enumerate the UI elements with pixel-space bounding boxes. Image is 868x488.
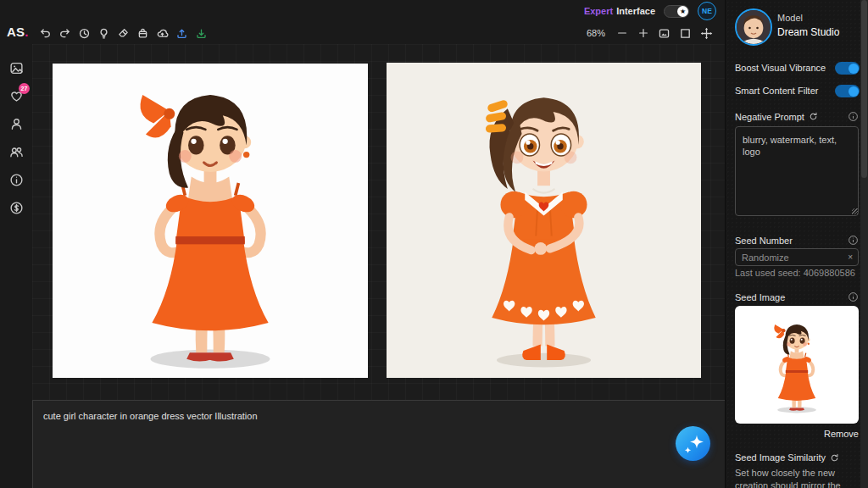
seed-number-field: × — [735, 248, 859, 266]
sidebar-item-profile[interactable] — [5, 115, 27, 132]
model-name[interactable]: Dream Studio — [777, 26, 839, 38]
top-header: ExpertInterface ★ NE — [32, 0, 725, 22]
seed-number-input[interactable] — [736, 252, 846, 263]
seed-image-thumbnail[interactable] — [735, 306, 859, 424]
square-icon — [679, 27, 692, 40]
seed-similarity-description: Set how closely the new creation should … — [735, 467, 859, 488]
vector-girl-illustration — [53, 64, 368, 378]
move-icon — [700, 27, 713, 40]
sparkle-icon — [676, 427, 710, 461]
zoom-level: 68% — [587, 28, 605, 38]
pan-button[interactable] — [698, 25, 715, 42]
interface-mode-label: ExpertInterface — [584, 6, 655, 16]
redo-icon — [58, 27, 71, 40]
zoom-out-button[interactable] — [614, 25, 630, 42]
content-filter-row: Smart Content Filter — [735, 84, 860, 97]
interface-label: Interface — [616, 6, 655, 16]
sidebar-item-info[interactable] — [5, 171, 27, 188]
eraser-icon — [117, 27, 130, 40]
cloud-upload-icon — [156, 27, 169, 40]
app-window: AS. 27 ExpertInterface — [0, 0, 868, 488]
panel-scrollbar-thumb[interactable] — [861, 0, 867, 178]
content-filter-label: Smart Content Filter — [735, 86, 818, 96]
assets-button[interactable] — [135, 25, 151, 42]
sidebar-item-billing[interactable] — [5, 199, 27, 216]
similarity-reset-icon[interactable] — [830, 453, 839, 463]
seed-number-header: Seed Number — [735, 235, 859, 246]
seed-image-header: Seed Image — [735, 291, 859, 302]
toolbar-right-group: 68% — [587, 25, 725, 42]
person-icon — [9, 117, 24, 131]
seed-image-illustration — [746, 313, 848, 418]
vibrance-toggle[interactable] — [835, 62, 860, 75]
textarea-resize-handle[interactable] — [852, 208, 858, 214]
minus-icon — [616, 27, 628, 39]
eraser-button[interactable] — [115, 25, 131, 42]
upload-icon — [175, 27, 188, 40]
seed-image-label: Seed Image — [735, 292, 785, 302]
negative-prompt-info-icon[interactable] — [848, 111, 859, 122]
undo-button[interactable] — [37, 25, 53, 42]
reset-icon[interactable] — [809, 112, 818, 121]
zoom-in-button[interactable] — [635, 25, 651, 42]
dollar-icon — [9, 201, 24, 215]
prompt-text[interactable]: cute girl character in orange dress vect… — [43, 411, 258, 421]
logo-dot: . — [25, 25, 28, 39]
vibrance-label: Boost Visual Vibrance — [735, 63, 826, 73]
remove-seed-image-link[interactable]: Remove — [726, 429, 859, 439]
cloud-upload-button[interactable] — [154, 25, 170, 42]
model-avatar-image — [737, 10, 771, 44]
clear-seed-icon[interactable]: × — [846, 252, 858, 262]
image-frame-icon — [658, 27, 670, 40]
model-avatar[interactable] — [735, 8, 772, 46]
model-label: Model — [777, 13, 803, 23]
expert-mode-toggle[interactable]: ★ — [664, 5, 689, 18]
frame-select-button[interactable] — [677, 25, 693, 42]
prompt-bar[interactable]: cute girl character in orange dress vect… — [32, 400, 725, 488]
seed-number-info-icon[interactable] — [848, 235, 859, 246]
vibrance-row: Boost Visual Vibrance — [735, 61, 860, 75]
seed-similarity-label: Seed Image Similarity — [735, 452, 826, 463]
panel-scrollbar[interactable] — [860, 0, 868, 488]
generated-image-render[interactable] — [387, 63, 701, 378]
history-button[interactable] — [76, 25, 92, 42]
lightbulb-icon — [97, 27, 110, 40]
inspiration-button[interactable] — [96, 25, 112, 42]
sidebar-item-community[interactable] — [5, 143, 27, 160]
save-button[interactable] — [193, 25, 209, 42]
image-icon — [9, 61, 24, 75]
app-logo[interactable]: AS. — [7, 25, 29, 39]
seed-image-info-icon[interactable] — [848, 291, 859, 302]
content-filter-toggle[interactable] — [835, 85, 860, 97]
sidebar-nav: 27 — [0, 59, 32, 216]
bag-icon — [136, 27, 149, 40]
canvas-area[interactable] — [32, 44, 725, 400]
star-icon: ★ — [677, 6, 688, 17]
user-avatar[interactable]: NE — [698, 2, 716, 20]
plus-icon — [637, 27, 649, 39]
render-girl-illustration — [387, 63, 701, 378]
negative-prompt-label: Negative Prompt — [735, 112, 804, 122]
left-sidebar: AS. 27 — [0, 0, 32, 488]
last-used-seed: Last used seed: 4069880586 — [735, 268, 855, 278]
history-icon — [78, 27, 91, 40]
toolbar-left-group — [32, 25, 209, 42]
favorites-badge: 27 — [19, 83, 30, 94]
negative-prompt-input[interactable]: blurry, watermark, text, logo — [735, 126, 859, 216]
fit-image-button[interactable] — [656, 25, 672, 42]
undo-icon — [39, 27, 52, 40]
seed-number-label: Seed Number — [735, 236, 793, 246]
negative-prompt-header: Negative Prompt — [735, 111, 859, 122]
download-icon — [195, 27, 208, 40]
sidebar-item-favorites[interactable]: 27 — [5, 87, 27, 104]
sidebar-item-gallery[interactable] — [5, 59, 27, 76]
generate-button[interactable] — [676, 426, 710, 461]
seed-similarity-header: Seed Image Similarity — [735, 452, 859, 463]
info-icon — [9, 173, 24, 187]
redo-button[interactable] — [57, 25, 73, 42]
expert-label: Expert — [584, 6, 613, 16]
canvas-toolbar: 68% — [32, 22, 725, 44]
people-icon — [9, 145, 24, 159]
generated-image-vector[interactable] — [53, 64, 368, 378]
export-button[interactable] — [174, 25, 190, 42]
